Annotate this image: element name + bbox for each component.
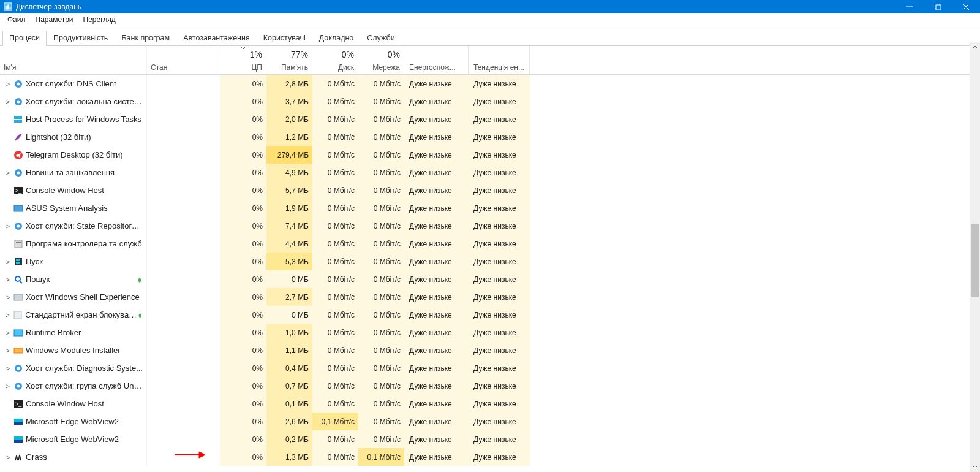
table-row[interactable]: >Grass0%1,3 МБ0 Мбіт/с0,1 Мбіт/сДуже низ… (0, 448, 980, 466)
process-name: Microsoft Edge WebView2 (26, 435, 119, 444)
expand-toggle-icon[interactable]: > (4, 98, 12, 105)
cell-network: 0 Мбіт/с (358, 288, 404, 306)
table-row[interactable]: >_Console Window Host0%5,7 МБ0 Мбіт/с0 М… (0, 181, 980, 199)
close-button[interactable] (952, 0, 980, 13)
cell-network: 0 Мбіт/с (358, 128, 404, 146)
menubar: Файл Параметри Перегляд (0, 13, 980, 26)
tab-5[interactable]: Докладно (312, 31, 361, 46)
table-row[interactable]: >Новини та зацікавлення0%4,9 МБ0 Мбіт/с0… (0, 164, 980, 181)
expand-toggle-icon[interactable]: > (4, 347, 12, 354)
cell-trend: Дуже низьке (469, 377, 530, 395)
expand-toggle-icon[interactable]: > (4, 80, 12, 88)
process-name: Console Window Host (26, 399, 104, 408)
table-row[interactable]: >Runtime Broker0%1,0 МБ0 Мбіт/с0 Мбіт/сД… (0, 324, 980, 341)
table-row[interactable]: Microsoft Edge WebView20%0,2 МБ0 Мбіт/с0… (0, 430, 980, 448)
scroll-thumb[interactable] (971, 224, 979, 297)
process-name: Хост Windows Shell Experience (26, 292, 140, 302)
table-row[interactable]: >Хост Windows Shell Experience0%2,7 МБ0 … (0, 288, 980, 306)
table-row[interactable]: >Хост служби: State Repository ...0%7,4 … (0, 217, 980, 235)
table-row[interactable]: >Хост служби: Diagnostic Syste...0%0,4 М… (0, 359, 980, 377)
tab-0[interactable]: Процеси (2, 31, 47, 46)
table-row[interactable]: Telegram Desktop (32 біти)0%279,4 МБ0 Мб… (0, 146, 980, 164)
expand-toggle-icon[interactable]: > (4, 169, 12, 177)
cell-memory: 1,2 МБ (266, 128, 312, 146)
scroll-track[interactable] (970, 52, 980, 462)
edge-icon (13, 417, 23, 427)
table-row[interactable]: Microsoft Edge WebView20%2,6 МБ0,1 Мбіт/… (0, 413, 980, 430)
tab-4[interactable]: Користувачі (257, 31, 312, 46)
feather-icon (13, 132, 23, 142)
maximize-button[interactable] (924, 0, 952, 13)
menu-view[interactable]: Перегляд (78, 14, 121, 25)
expand-toggle-icon[interactable]: > (4, 294, 12, 301)
process-name: Host Process for Windows Tasks (26, 115, 141, 124)
table-row[interactable]: Host Process for Windows Tasks0%2,0 МБ0 … (0, 110, 980, 128)
svg-point-12 (17, 100, 20, 103)
cell-cpu: 0% (221, 324, 266, 341)
expand-toggle-icon[interactable]: > (4, 329, 12, 337)
tab-1[interactable]: Продуктивність (47, 31, 115, 46)
expand-toggle-icon[interactable]: > (4, 454, 12, 461)
menu-options[interactable]: Параметри (31, 14, 78, 25)
expand-toggle-icon[interactable]: > (4, 383, 12, 390)
col-network[interactable]: 0%Мережа (358, 46, 404, 74)
expand-toggle-icon[interactable]: > (4, 223, 12, 230)
cell-memory: 5,7 МБ (266, 181, 312, 199)
table-row[interactable]: >Пошук0%0 МБ0 Мбіт/с0 Мбіт/сДуже низькеД… (0, 270, 980, 288)
table-row[interactable]: ASUS System Analysis0%1,9 МБ0 Мбіт/с0 Мб… (0, 199, 980, 217)
cell-name: >Windows Modules Installer (0, 341, 147, 359)
expand-toggle-icon[interactable]: > (4, 258, 12, 265)
tab-3[interactable]: Автозавантаження (176, 31, 257, 46)
cell-disk: 0 Мбіт/с (312, 253, 358, 270)
col-status[interactable]: Стан (147, 46, 221, 74)
cell-status (147, 181, 221, 199)
col-disk[interactable]: 0%Диск (312, 46, 358, 74)
table-row[interactable]: >Хост служби: локальна систем...0%3,7 МБ… (0, 93, 980, 110)
table-row[interactable]: Програма контролера та служб0%4,4 МБ0 Мб… (0, 235, 980, 253)
cell-disk: 0 Мбіт/с (312, 341, 358, 359)
col-energy[interactable]: Енергоспож... (404, 46, 469, 74)
col-trend[interactable]: Тенденція ен... (469, 46, 530, 74)
cell-name: >Хост служби: DNS Client (0, 75, 147, 93)
cell-trend: Дуже низьке (469, 181, 530, 199)
table-row[interactable]: >Windows Modules Installer0%1,1 МБ0 Мбіт… (0, 341, 980, 359)
tab-6[interactable]: Служби (360, 31, 401, 46)
cell-memory: 0 МБ (266, 306, 312, 324)
expand-toggle-icon[interactable]: > (4, 365, 12, 372)
cell-energy: Дуже низьке (404, 146, 469, 164)
cell-disk: 0 Мбіт/с (312, 75, 358, 93)
cell-trend: Дуже низьке (469, 288, 530, 306)
svg-rect-26 (16, 242, 21, 243)
scroll-up-button[interactable] (970, 42, 980, 52)
cell-disk: 0 Мбіт/с (312, 377, 358, 395)
col-memory[interactable]: 77%Пам'ять (266, 46, 312, 74)
minimize-button[interactable] (895, 0, 924, 13)
cell-name: >Runtime Broker (0, 324, 147, 341)
table-row[interactable]: >_Console Window Host0%0,1 МБ0 Мбіт/с0 М… (0, 395, 980, 413)
table-row[interactable]: >Стандартний екран блокуванн...0%0 МБ0 М… (0, 306, 980, 324)
table-row[interactable]: >Хост служби: DNS Client0%2,8 МБ0 Мбіт/с… (0, 75, 980, 93)
tab-2[interactable]: Банк програм (115, 31, 176, 46)
cell-memory: 3,7 МБ (266, 93, 312, 110)
process-name: Хост служби: Diagnostic Syste... (26, 364, 143, 373)
cell-memory: 2,8 МБ (266, 75, 312, 93)
svg-rect-2 (7, 5, 9, 10)
col-name[interactable]: Ім'я (0, 46, 147, 74)
cell-trend: Дуже низьке (469, 128, 530, 146)
table-row[interactable]: Lightshot (32 біти)0%1,2 МБ0 Мбіт/с0 Мбі… (0, 128, 980, 146)
cell-memory: 0,1 МБ (266, 395, 312, 413)
expand-toggle-icon[interactable]: > (4, 276, 12, 283)
col-cpu[interactable]: 1%ЦП (221, 46, 266, 74)
vertical-scrollbar[interactable] (970, 42, 980, 472)
menu-file[interactable]: Файл (2, 14, 31, 25)
cell-cpu: 0% (221, 430, 266, 448)
cell-memory: 5,3 МБ (266, 253, 312, 270)
app-icon (13, 239, 23, 249)
cell-status (147, 430, 221, 448)
table-row[interactable]: >Пуск0%5,3 МБ0 Мбіт/с0 Мбіт/сДуже низьке… (0, 253, 980, 270)
expand-toggle-icon[interactable]: > (4, 311, 12, 319)
cell-status (147, 288, 221, 306)
cell-network: 0 Мбіт/с (358, 181, 404, 199)
table-row[interactable]: >Хост служби: група служб Unis...0%0,7 М… (0, 377, 980, 395)
scroll-down-button[interactable] (970, 462, 980, 472)
